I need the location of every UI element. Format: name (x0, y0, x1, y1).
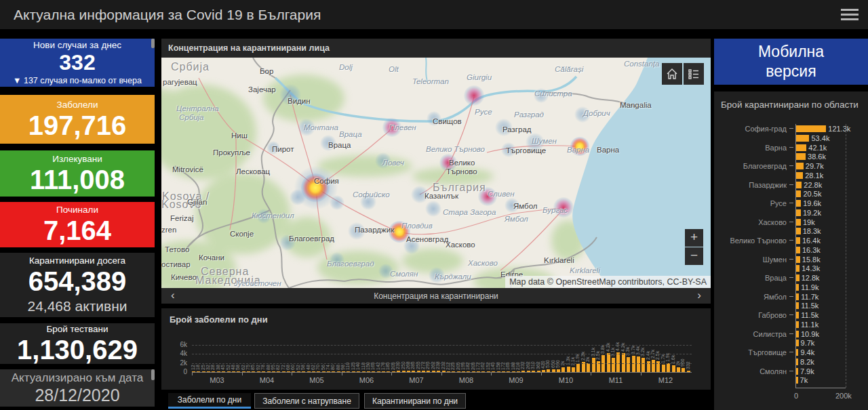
home-button[interactable] (662, 63, 682, 85)
stat-card-updated: Актуализирано към дата28/12/2020 (0, 369, 155, 407)
region-bar[interactable] (796, 190, 801, 197)
region-bar[interactable] (796, 358, 798, 365)
tab-3[interactable]: Карантинирани по дни (364, 393, 466, 409)
region-value: 15.8k (802, 255, 821, 264)
region-bar[interactable] (796, 256, 800, 263)
x-axis-label: M10 (551, 376, 581, 384)
daily-bar[interactable] (587, 363, 590, 372)
region-bar[interactable] (796, 284, 799, 291)
region-value: 12.8k (802, 274, 820, 282)
region-value: 11.5k (801, 311, 818, 319)
region-label: Враца (715, 274, 787, 282)
daily-bar[interactable] (637, 356, 640, 372)
x-tick-200k: 200k (835, 392, 852, 400)
region-label: Шумен (715, 255, 787, 264)
region-bar[interactable] (796, 153, 806, 160)
daily-bar[interactable] (652, 360, 655, 372)
map-label: Разград (514, 110, 544, 119)
map-label: Пирот (272, 145, 294, 153)
region-bar[interactable] (796, 125, 826, 132)
daily-bar[interactable] (592, 358, 595, 372)
region-bar[interactable] (796, 265, 800, 272)
tab-2[interactable]: Заболели с натрупване (254, 393, 359, 409)
region-bar[interactable] (796, 321, 799, 328)
zoom-in-button[interactable]: + (685, 229, 703, 247)
category-tick (789, 277, 793, 278)
x-axis-tick (342, 373, 342, 375)
zoom-out-button[interactable]: − (685, 247, 703, 265)
gridline-200k (846, 124, 846, 388)
map-label: Кочани (199, 253, 224, 262)
daily-bar-label: 2.3k (580, 352, 585, 361)
daily-chart-title: Брой заболели по дни (170, 314, 268, 325)
region-value: 29.7k (806, 162, 824, 170)
stat-card-title: Излекувани (0, 154, 155, 164)
mobile-version-button[interactable]: Мобилна версия (714, 39, 868, 85)
map-label: Mangalia (620, 101, 652, 109)
region-bar[interactable] (796, 135, 809, 142)
map-label: Прокупље (213, 148, 250, 157)
map-label: Kosovo (161, 199, 201, 211)
daily-bar[interactable] (672, 365, 675, 372)
left-panel: Нови случаи за днес332▼ 137 случая по-ма… (0, 39, 158, 410)
daily-bar[interactable] (616, 352, 620, 372)
map-label: Călărași (555, 65, 583, 73)
daily-bar[interactable] (567, 367, 570, 372)
daily-bar-label: 92 (256, 365, 260, 370)
category-tick (789, 296, 793, 297)
scrollbar-thumb[interactable] (151, 369, 155, 380)
legend-button[interactable] (684, 63, 704, 85)
region-bar[interactable] (796, 237, 800, 244)
daily-bar-label: 52 (296, 365, 300, 370)
daily-bar[interactable] (662, 365, 665, 372)
region-bar[interactable] (796, 172, 803, 179)
carousel-next-icon[interactable]: › (692, 288, 707, 304)
daily-bar[interactable] (677, 367, 680, 372)
daily-bar[interactable] (667, 363, 670, 372)
daily-bar-label: 18 (195, 365, 200, 370)
region-value: 7.9k (800, 367, 814, 375)
region-bar[interactable] (796, 312, 799, 319)
region-bar[interactable] (796, 200, 801, 207)
region-bar[interactable] (796, 349, 798, 356)
map-attribution: Map data © OpenStreetMap contributors, C… (505, 276, 711, 288)
daily-bar-label: 3.1k (610, 348, 615, 356)
daily-bar[interactable] (627, 357, 630, 372)
region-value: 19.6k (803, 199, 821, 207)
x-axis-label: M09 (501, 376, 531, 384)
region-bar[interactable] (796, 331, 799, 337)
region-bar[interactable] (796, 228, 801, 234)
daily-bar[interactable] (561, 367, 565, 372)
region-bar[interactable] (796, 293, 799, 300)
region-bar[interactable] (796, 209, 801, 216)
x-axis-label: M08 (452, 376, 481, 384)
tab-1[interactable]: Заболели по дни (168, 393, 251, 409)
daily-bar[interactable] (632, 356, 635, 372)
region-bar[interactable] (796, 368, 798, 375)
region-bar[interactable] (796, 247, 800, 253)
region-bar[interactable] (796, 144, 806, 151)
daily-bar[interactable] (612, 358, 615, 372)
daily-bar-label: 420 (540, 361, 545, 369)
daily-bar-label: 2k (585, 356, 590, 361)
daily-bar[interactable] (642, 358, 645, 372)
region-bar[interactable] (796, 274, 800, 281)
region-bar[interactable] (796, 219, 801, 226)
map-label: рагујевац (163, 78, 197, 86)
map[interactable]: СрбијарагујевацБорЗајечарВидинDoljOltTel… (161, 58, 711, 288)
carousel-prev-icon[interactable]: ‹ (165, 288, 180, 304)
region-bar[interactable] (796, 377, 798, 384)
scrollbar-thumb[interactable] (151, 39, 155, 48)
menu-icon[interactable] (841, 9, 859, 22)
y-axis-tick: 2k (163, 359, 187, 367)
map-label: Србија (179, 113, 204, 121)
map-label: Враца (339, 130, 362, 138)
x-axis-label: M11 (601, 376, 631, 384)
region-bar[interactable] (796, 182, 802, 188)
region-label: Благоевград (715, 162, 787, 170)
region-bar[interactable] (796, 340, 799, 346)
daily-bar[interactable] (572, 367, 575, 372)
daily-bar[interactable] (576, 364, 580, 372)
region-bar[interactable] (796, 302, 799, 309)
region-bar[interactable] (796, 163, 804, 169)
